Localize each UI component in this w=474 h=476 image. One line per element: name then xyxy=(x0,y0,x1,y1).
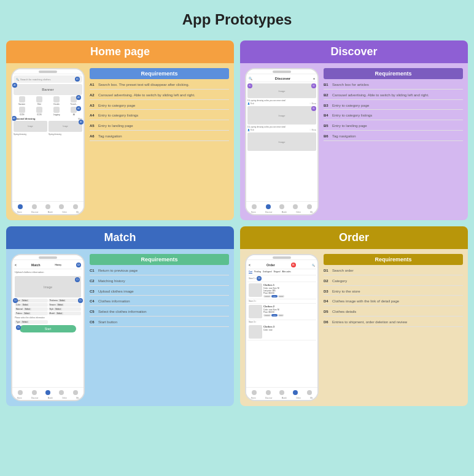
order-top-bar: < Order D1 🔍 xyxy=(247,261,316,269)
home-nav-home[interactable] xyxy=(18,204,23,209)
match-field-pattern: Pattern: Select xyxy=(15,312,48,315)
discover-nav-labels: HomeDiscoverMatchOrderMe xyxy=(246,211,317,214)
match-field-season: Season Select xyxy=(49,303,82,307)
discover-like-1[interactable]: ♡ Show xyxy=(309,102,316,105)
discover-action-row-2: 👤 Reth ♡ Show xyxy=(247,129,316,131)
discover-nav-home[interactable] xyxy=(252,204,257,209)
home-nav-discover[interactable] xyxy=(32,204,37,209)
discover-small-text-2: 10+ spring dressing codes you can never … xyxy=(247,126,316,128)
discover-req-b1: B1 Search box for articles xyxy=(324,82,463,90)
discover-req-b2: B2 Carousel advertising. Able to switch … xyxy=(324,92,463,100)
order-nav-me[interactable] xyxy=(307,390,312,395)
match-nav-order[interactable] xyxy=(59,390,64,395)
order-nav-match[interactable] xyxy=(279,390,284,395)
home-nav-match[interactable] xyxy=(45,204,50,209)
order-nav-home[interactable] xyxy=(252,390,257,395)
discover-panel-body: 🔍 Discover + B1 B2 Image 10+ spring dres… xyxy=(240,63,468,220)
home-icons-grid: Sweater Shirt Hoodie Trench... xyxy=(14,96,82,106)
match-fields-row1: Type: Select Thickness Select xyxy=(15,299,81,302)
order-store-2-label: Store 2 > xyxy=(247,299,316,304)
home-notch-bar xyxy=(39,71,57,73)
discover-plus-icon[interactable]: + xyxy=(313,77,315,80)
order-phone-mockup: < Order D1 🔍 Cart Pending Unshipped Ship… xyxy=(245,254,319,401)
match-image-box[interactable]: Image xyxy=(15,276,81,298)
order-item-1-image[interactable] xyxy=(249,283,262,297)
home-nav-labels: HomeDiscoverMatchOrderMe xyxy=(12,211,84,214)
discover-requirements: Requirements B1 Search box for articles … xyxy=(324,68,463,215)
home-req-a2: A2 Carousel advertising. Able to switch … xyxy=(90,92,229,100)
home-search-text: Search for matching clothes xyxy=(20,78,51,81)
order-item-1-price: Price: $59.00 xyxy=(263,292,315,294)
discover-img-3: Image xyxy=(247,132,316,151)
home-nav-order[interactable] xyxy=(59,204,64,209)
match-nav-labels: HomeDiscoverMatchOrderMe xyxy=(12,397,84,400)
match-thickness-label: Thickness xyxy=(50,299,58,302)
match-fields-row3: Material: Select Style Select xyxy=(15,307,81,311)
match-model-select[interactable]: Select xyxy=(56,312,63,315)
home-nav-me[interactable] xyxy=(73,204,78,209)
order-tab-pending[interactable]: Pending xyxy=(254,271,261,274)
match-nav-discover[interactable] xyxy=(32,390,37,395)
order-panel-header: Order xyxy=(240,226,468,249)
home-img2-label: Spring dressing xyxy=(49,133,61,136)
discover-badge-b1: B1 xyxy=(247,83,252,88)
discover-search-icon[interactable]: 🔍 xyxy=(249,77,252,80)
match-badge-c3: C3 xyxy=(75,277,80,282)
order-btn-detail-1[interactable]: Detail xyxy=(271,295,277,298)
order-item-2-image[interactable] xyxy=(249,305,262,318)
discover-phone-nav xyxy=(246,201,317,211)
match-pattern-select[interactable]: Select xyxy=(23,312,31,315)
match-color-select[interactable]: Select xyxy=(21,304,29,306)
home-phone-mockup: 🔍 Search for matching clothes A1 A2 Bann… xyxy=(11,68,85,215)
match-season-label: Season xyxy=(50,304,56,306)
order-nav-discover[interactable] xyxy=(266,390,271,395)
order-tab-unshipped[interactable]: Unshipped xyxy=(263,271,271,274)
order-search-icon[interactable]: 🔍 xyxy=(312,264,315,267)
match-please-text: Please select the clothes information xyxy=(14,316,82,320)
order-btn-shipment-2[interactable]: Shipment xyxy=(263,314,271,317)
discover-nav-match[interactable] xyxy=(279,204,284,209)
match-history-label[interactable]: History xyxy=(55,264,61,266)
home-search-bar[interactable]: 🔍 Search for matching clothes A1 xyxy=(14,75,82,83)
order-tab-shipped[interactable]: Shipped xyxy=(273,271,280,274)
match-material-select[interactable]: Select xyxy=(24,308,31,310)
order-back-icon[interactable]: < xyxy=(249,263,251,267)
prototypes-grid: Home page 🔍 Search for matching clothes … xyxy=(6,40,468,406)
match-style-select[interactable]: Select xyxy=(54,308,61,310)
match-nav-match[interactable] xyxy=(45,390,50,395)
discover-small-text-1: 10+ spring dressing codes you can never … xyxy=(247,99,316,102)
discover-nav-discover[interactable] xyxy=(266,204,271,209)
home-panel-body: 🔍 Search for matching clothes A1 A2 Bann… xyxy=(6,63,234,220)
order-notch-bar xyxy=(273,256,291,259)
match-type-select-2[interactable]: Select xyxy=(21,321,28,323)
order-tab-cart[interactable]: Cart xyxy=(249,271,252,274)
home-requirements: Requirements A1 Search box. The preset t… xyxy=(90,68,229,215)
panel-discover: Discover 🔍 Discover + B1 B2 xyxy=(240,40,468,220)
match-season-select[interactable]: Select xyxy=(56,304,64,306)
discover-nav-order[interactable] xyxy=(293,204,298,209)
order-btn-notice-2[interactable]: Notice xyxy=(278,314,284,317)
discover-like-2[interactable]: ♡ Show xyxy=(309,129,316,131)
discover-nav-me[interactable] xyxy=(307,204,312,209)
order-btn-detail-2[interactable]: Detail xyxy=(271,314,277,317)
match-thickness-select[interactable]: Select xyxy=(58,299,66,302)
match-start-button[interactable]: Start xyxy=(20,325,76,332)
order-nav-order[interactable] xyxy=(293,390,298,395)
match-field-material: Material: Select xyxy=(15,307,48,311)
discover-title-text: Discover xyxy=(275,77,290,80)
match-req-c6: C6 Start button xyxy=(90,319,229,327)
match-req-c3: C3 Upload clothes image xyxy=(90,288,229,296)
match-nav-home[interactable] xyxy=(18,390,23,395)
order-btn-review-1[interactable]: Review xyxy=(278,295,285,298)
home-req-a5: A5 Entry to landing page xyxy=(90,123,229,131)
discover-img-2: Image xyxy=(247,106,316,125)
order-btn-shipment-1[interactable]: Shipment xyxy=(263,295,271,298)
match-type-select[interactable]: Select xyxy=(21,299,28,302)
home-banner: Banner xyxy=(14,84,82,95)
match-back-icon[interactable]: < xyxy=(15,263,17,267)
order-tab-after-sales[interactable]: After-sales xyxy=(282,271,290,274)
discover-top-bar: 🔍 Discover + xyxy=(247,75,316,82)
order-item-3-image[interactable] xyxy=(249,325,262,339)
order-item-1-buttons: Shipment Detail Review xyxy=(263,295,315,298)
match-nav-me[interactable] xyxy=(73,390,78,395)
